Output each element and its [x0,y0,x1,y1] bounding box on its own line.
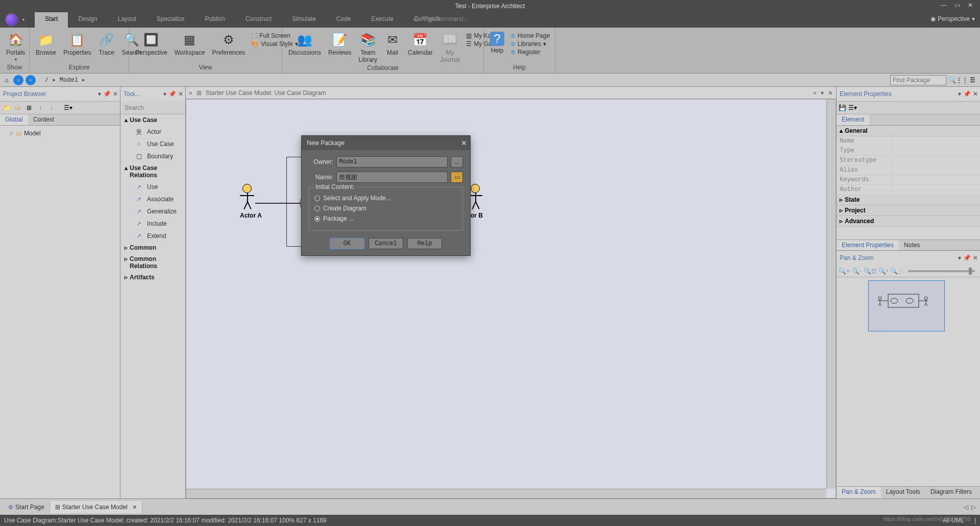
prop-author-val[interactable] [893,185,980,194]
panel-pin-icon[interactable]: 📌 [168,90,176,98]
panel-close-icon[interactable]: ✕ [973,90,978,98]
team-library-button[interactable]: 📚Team Library [355,31,380,64]
radio-select-mode[interactable]: Select and Apply Mode... [314,195,457,202]
zoom-fit-icon[interactable]: 🔍⊡ [864,268,876,275]
section-artifacts[interactable]: ▹Artifacts [120,272,185,283]
menu-icon[interactable]: ☰▾ [63,103,72,112]
tab-context[interactable]: Context [28,114,59,125]
actor-a-element[interactable]: Actor A [240,184,262,219]
panel-menu-icon[interactable]: ▾ [958,254,961,261]
prop-name-val[interactable] [893,136,980,146]
prop-alias-val[interactable] [893,165,980,175]
prop-type-val[interactable] [893,146,980,155]
maximize-button[interactable]: ▭ [951,2,963,11]
panel-pin-icon[interactable]: 📌 [963,254,971,261]
portals-button[interactable]: 🏠 Portals▾ [3,31,28,63]
pan-zoom-viewport[interactable] [868,280,945,331]
zoom-out-icon[interactable]: 🔍- [852,268,862,275]
folder-open-icon[interactable]: 🗂 [13,103,22,112]
diagram-canvas[interactable]: Actor A tor B [186,99,836,498]
zoom-sel-icon[interactable]: 🔍◌ [890,268,903,275]
tab-pan-zoom[interactable]: Pan & Zoom [837,487,881,498]
menu-specialize[interactable]: Specialize [146,12,195,28]
preferences-button[interactable]: ⚙Preferences [209,31,249,57]
tab-start-page[interactable]: ⊕ Start Page [3,501,50,513]
radio-package[interactable]: Package ... [314,215,457,222]
diagram-menu-icon[interactable]: ▾ [821,89,824,97]
connector-a[interactable] [255,203,301,204]
zoom-slider[interactable] [908,270,975,272]
find-package-input[interactable] [890,75,946,85]
diagram-close-icon[interactable]: ✕ [828,89,833,97]
zoom-in-icon[interactable]: 🔍+ [839,268,850,275]
help-button[interactable]: ?Help [487,31,507,55]
tab-global[interactable]: Global [0,114,28,125]
find-command[interactable]: ◎ Find Command... [413,15,469,22]
save-icon[interactable]: 💾 [839,104,846,111]
tab-element-properties[interactable]: Element Properties [837,240,899,250]
prop-keywords-val[interactable] [893,175,980,184]
section-advanced[interactable]: ▹Advanced [837,216,980,227]
tool-generalize[interactable]: ↗Generalize [120,205,185,218]
perspective-button[interactable]: ◉ Perspective ▾ [930,15,975,22]
my-journal-button[interactable]: 📖My Journal [437,31,463,64]
tool-boundary[interactable]: ▢Boundary [120,150,185,162]
libraries-button[interactable]: ⊕Libraries ▾ [508,40,552,48]
nav-home-icon[interactable]: ⌂ [2,76,11,85]
menu-simulate[interactable]: Simulate [282,12,326,28]
section-project[interactable]: ▹Project [837,205,980,216]
panel-menu-icon[interactable]: ▾ [958,90,961,98]
find-icon[interactable]: 🔍 [947,76,957,85]
minimize-button[interactable]: — [938,2,949,11]
menu-layout[interactable]: Layout [108,12,146,28]
browse-owner-button[interactable]: ... [451,156,463,168]
down-icon[interactable]: ↓ [47,103,56,112]
workspace-button[interactable]: ▦Workspace [172,31,208,57]
properties-button[interactable]: 📋Properties [60,31,94,57]
perspective-ribbon-button[interactable]: 🔲Perspective [132,31,170,57]
tab-notes[interactable]: Notes [899,240,925,250]
reviews-button[interactable]: 📝Reviews [325,31,354,57]
tool-actor[interactable]: 옷Actor [120,126,185,138]
home-page-button[interactable]: ⊕Home Page [508,32,552,40]
panel-close-icon[interactable]: ✕ [113,90,118,98]
panel-close-icon[interactable]: ✕ [178,90,183,98]
close-tab-icon[interactable]: × [133,503,137,511]
tree-icon[interactable]: ⊞ [24,103,34,112]
panel-menu-icon[interactable]: ▾ [98,90,101,98]
mail-button[interactable]: ✉Mail [381,31,404,57]
panel-pin-icon[interactable]: 📌 [963,90,971,98]
pan-zoom-view[interactable] [837,277,980,486]
menu-design[interactable]: Design [68,12,107,28]
nav-tool1-icon[interactable]: ⋮⋮ [958,76,967,85]
nav-tool2-icon[interactable]: ☰ [968,76,977,85]
tab-starter-model[interactable]: ⊞ Starter Use Case Model × [50,501,142,513]
breadcrumb[interactable]: / ▸ Model ▸ [45,76,85,84]
tab-scroll-right-icon[interactable]: ▷ [971,504,976,511]
register-button[interactable]: ⊕Register [508,48,552,56]
owner-input[interactable] [336,156,448,168]
menu-execute[interactable]: Execute [361,12,404,28]
forward-button[interactable]: › [26,75,36,85]
tool-use[interactable]: ↗Use [120,181,185,193]
dialog-close-button[interactable]: ✕ [461,139,467,147]
tab-scroll-left-icon[interactable]: ◁ [964,504,968,511]
discussions-button[interactable]: 👥Discussions [285,31,324,57]
section-use-case[interactable]: ▴Use Case [120,114,185,126]
cancel-button[interactable]: Cancel [369,238,403,249]
tool-use-case[interactable]: ○Use Case [120,138,185,150]
panel-pin-icon[interactable]: 📌 [103,90,111,98]
close-button[interactable]: ✕ [965,2,976,11]
folder-new-icon[interactable]: 📁 [2,103,11,112]
horizontal-scrollbar[interactable] [186,489,826,498]
menu-construct[interactable]: Construct [235,12,282,28]
prop-stereotype-val[interactable] [893,156,980,165]
expand-right-icon[interactable]: « [813,89,817,97]
name-aux-button[interactable]: ▭ [451,172,463,183]
tool-extend[interactable]: ↗Extend [120,230,185,242]
tool-include[interactable]: ↗Include [120,218,185,230]
list-icon[interactable]: ☰▾ [848,104,857,111]
panel-close-icon[interactable]: ✕ [973,254,978,261]
ok-button[interactable]: OK [330,238,364,249]
dialog-titlebar[interactable]: New Package ✕ [302,136,470,150]
